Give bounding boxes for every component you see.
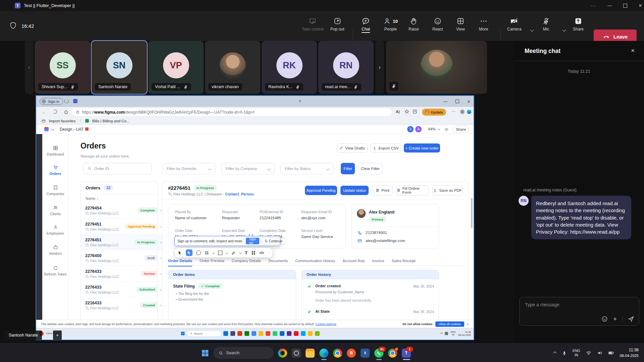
refresh-icon[interactable] — [53, 110, 57, 114]
tray-expand-icon[interactable] — [440, 332, 443, 335]
browser-signin-button[interactable]: Sign in — [40, 98, 63, 105]
import-favorites-link[interactable]: Import favorites — [49, 119, 75, 123]
settings-icon[interactable] — [292, 349, 301, 358]
copilot-icon[interactable] — [278, 349, 287, 358]
oval-tool-icon[interactable] — [196, 250, 201, 255]
window-menu-icon[interactable]: ··· — [591, 3, 596, 8]
view-button[interactable]: View — [456, 17, 465, 32]
back-icon[interactable]: ← — [42, 109, 47, 115]
export-csv-button[interactable]: Export CSV — [370, 143, 401, 153]
taskbar-app-icon[interactable] — [308, 331, 313, 336]
contact-person-link[interactable]: Contact_Person. — [225, 192, 255, 196]
taskbar-app-icon[interactable] — [259, 331, 263, 336]
participant-tile[interactable]: VP Vishal Patil ... — [148, 41, 204, 94]
tab-communication-history[interactable]: Communication History — [295, 259, 335, 263]
taskbar-clock[interactable]: 11:3808-04-2025 — [620, 347, 639, 359]
sort-down-icon[interactable]: ↓ — [97, 197, 98, 200]
sidebar-item-vendors[interactable]: Vendors — [43, 245, 68, 255]
google-continue-button[interactable]: GContinue — [262, 237, 285, 245]
browser-history-icon[interactable] — [64, 99, 69, 103]
cookie-settings-link[interactable]: Cookies settings — [315, 322, 336, 326]
tiles-right-scroll-button[interactable]: › — [375, 41, 384, 94]
chrome-icon[interactable] — [333, 349, 342, 358]
browser-more-icon[interactable]: ··· — [451, 109, 455, 114]
tab-account-rep[interactable]: Account Rep — [342, 259, 365, 263]
zoom-chevron-icon[interactable] — [438, 128, 440, 130]
taskbar-search-box[interactable]: Search — [214, 347, 273, 359]
tab-order-details[interactable]: Order Details — [168, 259, 192, 266]
tab-documents[interactable]: Documents — [268, 259, 288, 263]
collab-avatar[interactable]: S — [407, 126, 414, 132]
chat-panel-close-icon[interactable]: × — [631, 47, 635, 54]
participant-tile[interactable]: SS Shivani Sup... — [35, 41, 90, 94]
text-tool-icon[interactable]: T — [245, 250, 248, 255]
translate-icon[interactable] — [413, 109, 417, 114]
pen-tool-icon[interactable] — [231, 251, 236, 255]
url-field[interactable]: https://www.figma.com/design/9BKQ0FOHRWa… — [72, 108, 392, 116]
more-button[interactable]: More — [479, 17, 488, 32]
figma-file-name[interactable]: Design - UAT — [60, 127, 84, 132]
name-column-header[interactable]: Name — [86, 196, 95, 200]
participant-tile[interactable]: vikram chavan — [205, 41, 260, 94]
tray-icon[interactable] — [445, 332, 448, 335]
emoji-icon[interactable] — [601, 316, 608, 322]
filter-company-select[interactable]: Filter by Company — [221, 163, 274, 174]
tray-expand-icon[interactable] — [553, 351, 557, 355]
taskbar-app-icon[interactable] — [252, 331, 256, 336]
filter-status-select[interactable]: Filter by Status — [280, 163, 333, 174]
taskbar-app-icon[interactable] — [230, 331, 235, 336]
widgets-tool-icon[interactable] — [251, 251, 256, 255]
signup-button[interactable]: Sign up — [246, 238, 259, 244]
figma-share-button[interactable]: Share — [453, 126, 469, 133]
browser-maximize-button[interactable] — [455, 100, 459, 103]
start-button[interactable] — [201, 349, 209, 357]
start-icon[interactable] — [180, 331, 185, 336]
order-row[interactable]: 2279451TL Flex Holdings LLC Approval Pen… — [81, 218, 166, 234]
taskbar-app-icon[interactable] — [237, 331, 242, 336]
sidebar-item-employees[interactable]: Employees — [43, 225, 68, 235]
taskbar-app-icon[interactable] — [266, 331, 270, 336]
react-button[interactable]: React — [432, 17, 443, 32]
edge-icon[interactable] — [319, 349, 328, 358]
volume-icon[interactable] — [597, 350, 602, 356]
share-button[interactable]: Share — [573, 17, 584, 32]
tab-sales-receipt[interactable]: Sales Receipt — [392, 259, 416, 263]
view-drafts-button[interactable]: View Drafts — [337, 143, 368, 153]
filter-domicile-select[interactable]: Filter by Domicile — [162, 163, 215, 174]
order-id-search-input[interactable]: Order ID — [83, 163, 152, 174]
sidebar-item-orders[interactable]: Orders — [43, 165, 68, 176]
dev-mode-tool-icon[interactable]: </> — [259, 251, 264, 255]
taskbar-app-icon[interactable] — [294, 331, 299, 336]
favorites-star-icon[interactable] — [405, 109, 409, 114]
cookie-close-icon[interactable]: × — [467, 322, 469, 326]
sidebar-item-clients[interactable]: Clients — [43, 205, 68, 216]
people-button[interactable]: 10 People — [383, 17, 398, 32]
tab-invoice[interactable]: Invoice — [372, 259, 384, 263]
mic-button[interactable]: Mic — [542, 17, 550, 32]
participant-tile-active[interactable]: SN Santosh Narate — [92, 41, 147, 94]
language-indicator[interactable]: ENGIN — [573, 349, 580, 357]
sidebar-item-refresh-token[interactable]: Refresh Token — [43, 265, 68, 276]
bills-bookmark-link[interactable]: Bills | Billing and Co... — [92, 119, 129, 123]
window-maximize-button[interactable] — [623, 4, 627, 8]
read-aloud-icon[interactable]: A) — [396, 110, 400, 114]
figma-menu-chevron-icon[interactable] — [51, 128, 54, 130]
whatsapp-icon[interactable]: 81 — [374, 349, 383, 358]
contact-phone[interactable]: 2123874901 — [366, 231, 387, 235]
allow-cookies-button[interactable]: Allow all cookies — [435, 321, 464, 327]
frame-tool-icon[interactable] — [205, 251, 209, 255]
tray-mic-icon[interactable] — [562, 351, 567, 356]
figma-zoom-level[interactable]: 94% — [428, 127, 436, 131]
hand-tool-selected-icon[interactable] — [186, 249, 193, 256]
mic-options-chevron-icon[interactable] — [562, 28, 566, 32]
update-status-button[interactable]: Update status — [340, 186, 369, 195]
browser-close-button[interactable]: × — [467, 99, 470, 104]
order-row-selected[interactable]: 2276451TL Flex Holdings LLC In Progress› — [81, 234, 166, 250]
home-icon[interactable] — [64, 110, 68, 116]
taskbar-app-icon[interactable] — [245, 331, 249, 336]
move-tool-icon[interactable] — [178, 251, 182, 255]
brave-icon[interactable]: B — [347, 349, 356, 358]
wifi-icon[interactable] — [586, 350, 591, 356]
attach-icon[interactable]: + — [613, 316, 617, 322]
battery-icon[interactable] — [608, 350, 614, 356]
